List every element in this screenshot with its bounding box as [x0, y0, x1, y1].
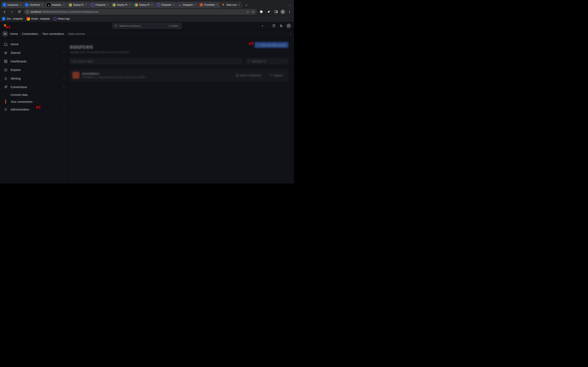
grafana-logo-icon[interactable]: [3, 24, 7, 28]
bookmark-star-icon[interactable]: [251, 10, 255, 14]
nav-sub-label: Connect data: [11, 93, 27, 96]
nav-home[interactable]: Home: [2, 40, 67, 49]
datasource-search-input[interactable]: h by name or type: [69, 58, 242, 64]
browser-tab[interactable]: ◆ Onepane ×: [177, 2, 198, 8]
app-body: sources manage your connected data sourc…: [0, 38, 294, 184]
nav-your-connections[interactable]: Your connections: [2, 98, 67, 105]
browser-tab[interactable]: onepanea ×: [1, 2, 24, 8]
new-tab-button[interactable]: +: [243, 2, 249, 8]
browser-tab[interactable]: Deploy Pr ×: [111, 2, 133, 8]
svg-rect-14: [237, 74, 238, 75]
gmail-icon: [26, 17, 30, 20]
close-icon[interactable]: ×: [85, 3, 87, 6]
share-icon[interactable]: [246, 10, 250, 14]
reload-button[interactable]: [16, 9, 22, 15]
nav-dashboards[interactable]: Dashboards: [2, 57, 67, 66]
close-icon[interactable]: ×: [238, 3, 241, 6]
svg-rect-20: [4, 62, 5, 63]
chevron-right-icon: ›: [19, 32, 20, 35]
close-icon[interactable]: ×: [129, 3, 131, 6]
build-dashboard-label: Build a dashboard: [240, 74, 261, 77]
svg-point-9: [115, 25, 117, 26]
nav-sub-label: Your connections: [11, 100, 33, 103]
sidenav-toggle-button[interactable]: [2, 31, 8, 37]
browser-tab[interactable]: Deploy Pr ×: [133, 2, 155, 8]
build-dashboard-button[interactable]: Build a dashboard: [233, 72, 264, 78]
profile-avatar[interactable]: S: [281, 9, 285, 14]
breadcrumb-item[interactable]: Your connections: [42, 32, 64, 35]
browser-tab-active[interactable]: Data sour ×: [220, 2, 242, 8]
address-bar[interactable]: localhost:3000/connections/your-connecti…: [24, 9, 257, 15]
search-shortcut-badge: cmd+k: [167, 24, 180, 27]
datasource-url: http://prometheus-k8s.monitoring.svc:909…: [99, 76, 145, 79]
browser-tabstrip: onepanea × OnePane × ▲ onepane. × Deploy…: [0, 0, 294, 8]
close-icon[interactable]: ×: [62, 3, 65, 6]
bookmark-item[interactable]: Gmail - onepane: [26, 17, 50, 20]
favicon-icon: [25, 3, 29, 7]
nav-connect-data[interactable]: Connect data: [2, 91, 67, 98]
extensions-icon[interactable]: [259, 9, 264, 15]
rss-icon[interactable]: [279, 24, 283, 28]
app-root: Search or jump to... cmd+k: [0, 22, 294, 184]
avatar-letter: S: [282, 11, 283, 13]
panel-icon[interactable]: [273, 9, 279, 15]
nav-administration[interactable]: Administration: [2, 105, 67, 114]
nav-label: Administration: [11, 108, 29, 111]
datasource-name: prometheus: [82, 72, 230, 75]
url-path: :3000/connections/your-connections/datas…: [41, 10, 99, 13]
favicon-icon: [69, 3, 72, 7]
breadcrumb-item[interactable]: Connections: [22, 32, 38, 35]
breadcrumb-item[interactable]: Home: [10, 32, 18, 35]
svg-rect-18: [4, 60, 5, 61]
tab-title: Deploy Pr: [73, 3, 84, 6]
home-icon: [4, 42, 8, 46]
explore-button[interactable]: Explore: [267, 72, 285, 78]
close-icon[interactable]: ×: [19, 3, 22, 6]
global-search-input[interactable]: Search or jump to... cmd+k: [112, 23, 182, 29]
svg-point-7: [289, 12, 290, 13]
compass-icon: [269, 74, 272, 77]
sort-select[interactable]: Sort by A–Z: [245, 58, 288, 64]
tabs-dropdown-button[interactable]: [287, 2, 293, 8]
datasource-type: Prometheus: [82, 76, 95, 79]
nav-explore[interactable]: Explore: [2, 66, 67, 74]
browser-tab[interactable]: OnePane ×: [24, 2, 45, 8]
bookmark-item[interactable]: Jira - onepane: [2, 17, 23, 20]
favicon-icon: ◆: [178, 3, 182, 7]
close-icon[interactable]: ×: [41, 3, 44, 6]
site-info-icon[interactable]: [26, 10, 29, 13]
bookmark-item[interactable]: React App: [53, 17, 70, 20]
tab-title: Deploy Pr: [117, 3, 128, 6]
forward-button[interactable]: [9, 9, 15, 15]
favicon-icon: [3, 3, 6, 7]
explore-label: Explore: [274, 74, 283, 77]
user-avatar[interactable]: [286, 24, 291, 28]
browser-tab[interactable]: Onepane ×: [89, 2, 111, 8]
browser-tab[interactable]: Promethe ×: [198, 2, 220, 8]
url-host: localhost: [31, 10, 41, 13]
close-icon[interactable]: ×: [172, 3, 175, 6]
close-icon[interactable]: ×: [216, 3, 218, 6]
nav-starred[interactable]: Starred: [2, 49, 67, 57]
leaf-icon[interactable]: [266, 9, 272, 15]
breadcrumb-current: Data sources: [68, 32, 85, 35]
tab-title: Onepane: [161, 3, 171, 6]
nav-alerting[interactable]: Alerting: [2, 74, 67, 83]
svg-rect-21: [6, 62, 7, 63]
close-icon[interactable]: ×: [106, 3, 109, 6]
nav-label: Connections: [11, 85, 27, 89]
add-menu-button[interactable]: [261, 24, 266, 28]
back-button[interactable]: [2, 9, 7, 15]
nav-connections[interactable]: Connections: [2, 83, 67, 91]
browser-tab[interactable]: Onepane ×: [155, 2, 177, 8]
browser-tab[interactable]: ▲ onepane. ×: [45, 2, 67, 8]
kebab-menu-icon[interactable]: [287, 9, 292, 15]
browser-tab[interactable]: Deploy Pr ×: [67, 2, 89, 8]
close-icon[interactable]: ×: [194, 3, 196, 6]
collapse-chevron-icon[interactable]: [289, 33, 292, 35]
add-data-source-button[interactable]: Add new data source: [255, 42, 288, 48]
close-icon[interactable]: ×: [151, 3, 154, 6]
chevron-down-icon: [63, 77, 65, 80]
datasource-row[interactable]: prometheus Prometheus | http://prometheu…: [69, 69, 288, 81]
help-icon[interactable]: [272, 24, 276, 28]
